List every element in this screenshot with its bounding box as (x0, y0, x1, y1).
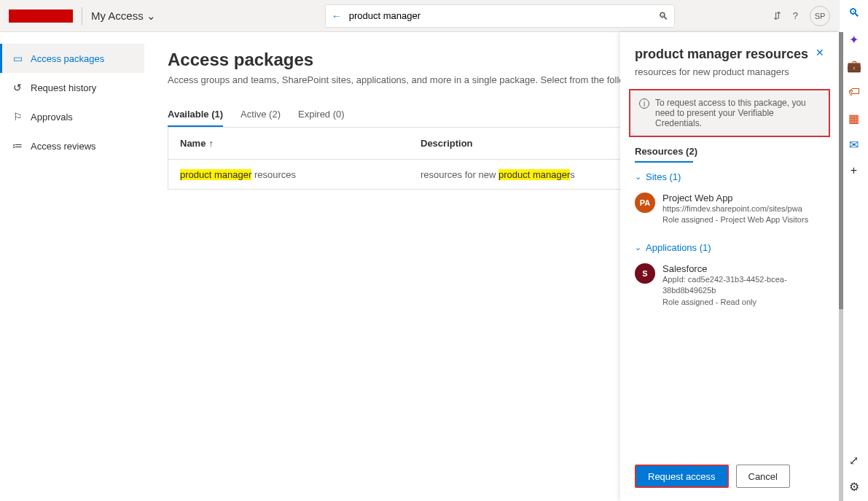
sidebar-item-access-packages[interactable]: ▭ Access packages (0, 44, 144, 73)
resource-appid: AppId: cad5e242-31b3-4452-bcea-38bd8b496… (662, 274, 824, 297)
chevron-down-icon: ⌄ (635, 172, 641, 182)
group-applications[interactable]: ⌄ Applications (1) (620, 233, 839, 257)
group-sites[interactable]: ⌄ Sites (1) (620, 163, 839, 187)
app-name: My Access (91, 9, 144, 22)
highlight-text: product manager (180, 169, 251, 180)
copilot-icon[interactable]: ✦ (847, 32, 861, 47)
scrollbar-thumb[interactable] (839, 32, 843, 309)
sidebar-item-label: Request history (31, 82, 96, 93)
top-bar: My Access ⌄ ← 🔍︎ ⇵ ? SP (0, 0, 839, 32)
col-name-header[interactable]: Name ↑ (180, 138, 421, 149)
user-avatar[interactable]: SP (810, 6, 830, 26)
col-desc-header[interactable]: Description (421, 138, 625, 149)
right-rail: 🔍︎ ✦ 💼 🏷 ▦ ✉ + ⤢ ⚙ (839, 0, 868, 501)
resource-title: Salesforce (662, 263, 824, 274)
search-icon[interactable]: 🔍︎ (658, 10, 668, 22)
help-icon[interactable]: ? (793, 10, 798, 21)
history-icon: ↺ (12, 82, 23, 93)
sidebar-item-label: Approvals (31, 112, 73, 123)
resource-title: Project Web App (662, 193, 808, 203)
col-name-label: Name (180, 138, 206, 149)
tag-icon[interactable]: 🏷 (847, 85, 861, 99)
org-tree-icon[interactable]: ⇵ (773, 10, 781, 21)
resource-url: https://fimdev.sharepoint.com/sites/pwa (662, 203, 808, 214)
panel-title: product manager resources (635, 47, 808, 62)
tab-expired[interactable]: Expired (0) (298, 103, 345, 127)
sidebar-item-label: Access reviews (31, 141, 96, 152)
group-label: Applications (1) (646, 242, 711, 253)
resource-role: Role assigned - Read only (662, 297, 824, 308)
sidebar: ▭ Access packages ↺ Request history ⚐ Ap… (0, 32, 144, 501)
sort-up-icon: ↑ (208, 138, 214, 149)
highlight-text: product manager (498, 169, 570, 180)
cell-text: resources for new (421, 169, 498, 180)
sidebar-item-request-history[interactable]: ↺ Request history (0, 73, 144, 102)
cell-text: resources (251, 169, 296, 180)
approvals-icon: ⚐ (12, 111, 23, 123)
sidebar-item-label: Access packages (31, 53, 104, 64)
resource-item-site[interactable]: PA Project Web App https://fimdev.sharep… (620, 187, 839, 233)
info-text: To request access to this package, you n… (655, 98, 820, 128)
cell-desc: resources for new product managers (421, 169, 625, 180)
back-arrow-icon[interactable]: ← (332, 10, 342, 22)
briefcase-icon[interactable]: 💼 (847, 58, 861, 73)
resource-role: Role assigned - Project Web App Visitors (662, 214, 808, 225)
chevron-down-icon: ⌄ (635, 243, 641, 252)
add-icon[interactable]: + (847, 163, 861, 178)
divider (82, 7, 82, 25)
scrollbar[interactable] (839, 32, 843, 501)
close-icon[interactable]: ✕ (816, 47, 824, 58)
resources-tab[interactable]: Resources (2) (620, 137, 839, 157)
search-box[interactable]: ← 🔍︎ (325, 4, 675, 28)
cell-text: s (570, 169, 575, 180)
reviews-icon: ≔ (12, 140, 23, 152)
outlook-icon[interactable]: ✉ (847, 137, 861, 152)
search-input[interactable] (348, 9, 652, 22)
tab-active[interactable]: Active (2) (241, 103, 281, 127)
sidebar-item-access-reviews[interactable]: ≔ Access reviews (0, 131, 144, 160)
app-switcher[interactable]: My Access ⌄ (91, 9, 156, 23)
settings-icon[interactable]: ⚙ (847, 479, 861, 494)
info-icon: i (639, 98, 649, 109)
resource-item-app[interactable]: S Salesforce AppId: cad5e242-31b3-4452-b… (620, 257, 839, 315)
brand-logo (9, 9, 73, 23)
group-label: Sites (1) (646, 171, 681, 182)
resource-avatar: S (635, 263, 655, 284)
office-icon[interactable]: ▦ (847, 111, 861, 125)
tab-available[interactable]: Available (1) (168, 103, 223, 127)
cancel-button[interactable]: Cancel (736, 465, 790, 488)
resource-avatar: PA (635, 193, 655, 213)
search-icon[interactable]: 🔍︎ (847, 6, 861, 20)
sidebar-item-approvals[interactable]: ⚐ Approvals (0, 102, 144, 131)
panel-subtitle: resources for new product managers (635, 66, 824, 77)
chevron-down-icon: ⌄ (146, 9, 156, 23)
cell-name: product manager resources (180, 169, 421, 180)
details-panel: product manager resources ✕ resources fo… (620, 32, 839, 501)
request-access-button[interactable]: Request access (635, 465, 729, 488)
info-banner: i To request access to this package, you… (629, 89, 830, 137)
package-icon: ▭ (12, 53, 23, 64)
expand-icon[interactable]: ⤢ (847, 453, 861, 467)
